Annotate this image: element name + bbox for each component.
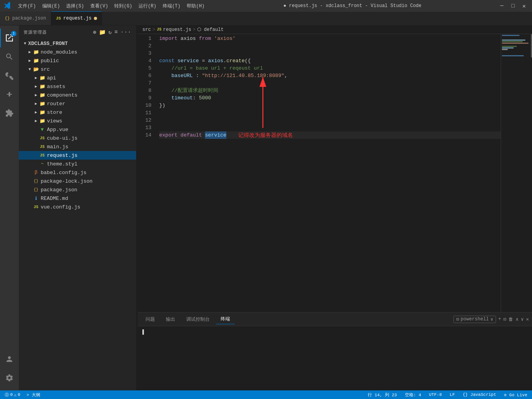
code-line-5: //url = base url + reqeust url — [159, 65, 501, 72]
tree-item-views[interactable]: ▶ 📁 views — [19, 117, 136, 125]
warning-icon: ⚠ — [14, 392, 17, 397]
kill-terminal-button[interactable]: 🗑 — [509, 316, 513, 322]
tab-output[interactable]: 输出 — [161, 315, 180, 324]
maximize-panel-button[interactable]: ∧ — [516, 316, 518, 322]
vscode-logo-icon — [4, 2, 11, 11]
menu-goto[interactable]: 转到(G) — [112, 2, 135, 10]
breadcrumb-default[interactable]: ⬡ default — [197, 27, 224, 32]
minimap — [501, 34, 532, 312]
editor-area: src > JS request.js > ⬡ default 12345 67… — [138, 25, 532, 390]
menu-select[interactable]: 选择(S) — [64, 2, 86, 10]
tree-item-api[interactable]: ▶ 📁 api — [19, 74, 136, 82]
js-icon: JS — [39, 135, 45, 141]
tree-item-theme-styl[interactable]: ~ theme.styl — [19, 160, 136, 168]
activity-source-control-icon[interactable] — [0, 66, 19, 85]
tree-item-project-root[interactable]: ▼ XDCLASS_FRONT — [19, 39, 136, 48]
tree-item-src[interactable]: ▼ 📂 src — [19, 65, 136, 74]
tree-item-cube-ui[interactable]: JS cube-ui.js — [19, 134, 136, 142]
status-language[interactable]: {} JavaScript — [461, 392, 498, 397]
menu-file[interactable]: 文件(F) — [16, 2, 38, 10]
menu-help[interactable]: 帮助(H) — [184, 2, 207, 10]
more-actions-icon[interactable]: ··· — [120, 29, 131, 36]
tab-request-js[interactable]: JS request.js — [51, 11, 102, 25]
activity-extensions-icon[interactable] — [0, 104, 19, 122]
activity-search-icon[interactable] — [0, 47, 19, 66]
breadcrumb: src > JS request.js > ⬡ default — [138, 25, 532, 34]
window-title: ● request.js - xdclass_front - Visual St… — [207, 3, 498, 9]
minimize-panel-button[interactable]: ∨ — [521, 316, 524, 322]
code-editor[interactable]: 12345 678910 11121314 import axios from … — [138, 34, 501, 312]
tree-item-package-lock-json[interactable]: {} package-lock.json — [19, 177, 136, 185]
tab-debug-console[interactable]: 调试控制台 — [182, 315, 214, 324]
new-folder-icon[interactable]: 📁 — [99, 29, 106, 36]
tree-item-vue-config[interactable]: JS vue.config.js — [19, 203, 136, 211]
chevron-down-icon: ∨ — [491, 316, 493, 322]
json-icon: {} — [33, 187, 39, 193]
sidebar-header-icons[interactable]: ⊕ 📁 ↻ ≡ ··· — [93, 29, 132, 36]
code-line-3 — [159, 50, 501, 57]
activity-explorer-icon[interactable]: 1 — [0, 29, 19, 47]
menu-terminal[interactable]: 终端(T) — [160, 2, 183, 10]
tab-icon: JS — [56, 16, 61, 21]
code-content[interactable]: import axios from 'axios' const service … — [155, 34, 501, 312]
status-position[interactable]: 行 14, 列 23 — [366, 392, 399, 398]
status-spaces[interactable]: 空格: 4 — [403, 392, 423, 398]
tab-label: request.js — [63, 16, 92, 21]
tree-item-request-js[interactable]: JS request.js — [19, 151, 136, 160]
close-panel-button[interactable]: ✕ — [526, 316, 529, 322]
tree-item-store[interactable]: ▶ 📁 store — [19, 108, 136, 117]
status-go-live[interactable]: ⊙ Go Live — [503, 392, 529, 397]
tree-item-package-json[interactable]: {} package.json — [19, 185, 136, 194]
menu-view[interactable]: 查看(V) — [88, 2, 111, 10]
tree-item-node-modules[interactable]: ▶ 📁 node_modules — [19, 48, 136, 56]
status-encoding[interactable]: UTF-8 — [428, 392, 444, 397]
tab-package-json[interactable]: {} package.json — [0, 11, 51, 25]
arrow-icon: ▶ — [33, 109, 39, 115]
activity-settings-icon[interactable] — [0, 368, 19, 387]
breadcrumb-src[interactable]: src — [142, 27, 151, 32]
maximize-button[interactable]: □ — [509, 2, 517, 10]
status-outline[interactable]: > 大纲 — [25, 392, 42, 398]
collapse-all-icon[interactable]: ≡ — [114, 29, 118, 36]
activity-debug-icon[interactable] — [0, 85, 19, 104]
minimize-button[interactable]: ─ — [498, 2, 506, 10]
tab-problems[interactable]: 问题 — [141, 315, 160, 324]
shell-selector[interactable]: ⊡ powershell ∨ — [453, 316, 496, 323]
tab-terminal[interactable]: 终端 — [216, 314, 235, 324]
breadcrumb-sep-2: > — [193, 27, 196, 32]
statusbar-left: ⓪ 0 ⚠ 0 > 大纲 — [3, 392, 42, 398]
breadcrumb-request-js[interactable]: request.js — [163, 27, 191, 32]
window-controls[interactable]: ─ □ ✕ — [498, 2, 528, 10]
activity-account-icon[interactable] — [0, 350, 19, 368]
menu-run[interactable]: 运行(R) — [136, 2, 159, 10]
js-icon: JS — [39, 152, 45, 158]
refresh-icon[interactable]: ↻ — [108, 29, 112, 36]
activity-bar: 1 — [0, 25, 19, 390]
panel-area: 问题 输出 调试控制台 终端 ⊡ powershell ∨ + ⊡ 🗑 ∧ ∨ … — [138, 312, 532, 390]
close-button[interactable]: ✕ — [520, 2, 528, 10]
new-terminal-button[interactable]: + — [498, 316, 501, 322]
folder-icon: 📁 — [39, 92, 45, 98]
menu-bar[interactable]: 文件(F) 编辑(E) 选择(S) 查看(V) 转到(G) 运行(R) 终端(T… — [16, 2, 207, 10]
tree-item-router[interactable]: ▶ 📁 router — [19, 99, 136, 108]
tree-item-readme[interactable]: ℹ README.md — [19, 194, 136, 203]
panel-tabs: 问题 输出 调试控制台 终端 ⊡ powershell ∨ + ⊡ 🗑 ∧ ∨ … — [138, 313, 532, 326]
new-file-icon[interactable]: ⊕ — [93, 29, 97, 36]
tree-item-assets[interactable]: ▶ 📁 assets — [19, 82, 136, 91]
code-line-14: export default service 记得改为服务器的域名 — [159, 131, 501, 139]
status-line-ending[interactable]: LF — [448, 392, 457, 397]
tree-item-babel-config[interactable]: β babel.config.js — [19, 168, 136, 177]
tree-item-public[interactable]: ▶ 📁 public — [19, 56, 136, 65]
no-arrow — [33, 135, 39, 141]
tree-item-components[interactable]: ▶ 📁 components — [19, 91, 136, 99]
status-errors[interactable]: ⓪ 0 ⚠ 0 — [3, 392, 22, 398]
sidebar-content: ▼ XDCLASS_FRONT ▶ 📁 node_modules ▶ 📁 pub… — [19, 39, 136, 390]
api-label: api — [47, 75, 56, 81]
menu-edit[interactable]: 编辑(E) — [40, 2, 63, 10]
panel-content[interactable]: ▌ — [138, 326, 532, 390]
arrow-icon: ▶ — [27, 49, 33, 55]
tree-item-main-js[interactable]: JS main.js — [19, 142, 136, 151]
split-terminal-button[interactable]: ⊡ — [503, 316, 506, 322]
tab-bar: {} package.json JS request.js — [0, 12, 532, 25]
tree-item-app-vue[interactable]: ▼ App.vue — [19, 125, 136, 134]
